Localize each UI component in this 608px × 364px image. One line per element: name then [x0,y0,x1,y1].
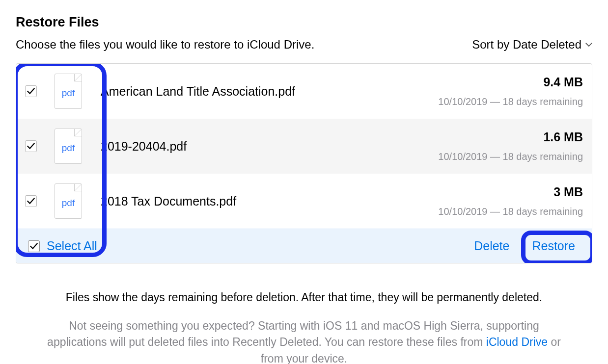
file-icon-label: pdf [62,88,75,99]
file-meta: 10/10/2019 — 18 days remaining [438,151,583,162]
check-icon [27,142,35,151]
sort-dropdown[interactable]: Sort by Date Deleted [472,38,592,52]
file-size: 9.4 MB [438,75,583,89]
file-icon-label: pdf [62,143,75,154]
subtitle: Choose the files you would like to resto… [16,38,314,52]
delete-button[interactable]: Delete [469,236,514,256]
pdf-file-icon: pdf [55,183,82,219]
file-info: American Land Title Association.pdf [101,84,438,99]
file-icon-label: pdf [62,198,75,208]
check-icon [27,87,35,96]
sort-label: Sort by Date Deleted [472,38,581,52]
file-info: 2019-20404.pdf [101,139,438,154]
file-info: 2018 Tax Documents.pdf [101,194,438,208]
file-row[interactable]: pdf American Land Title Association.pdf … [16,64,592,119]
file-meta-column: 3 MB 10/10/2019 — 18 days remaining [438,185,583,217]
file-meta: 10/10/2019 — 18 days remaining [438,206,583,217]
page-title: Restore Files [16,15,592,30]
icloud-drive-link[interactable]: iCloud Drive [486,336,548,348]
action-toolbar: Select All Delete Restore [16,229,592,263]
footer-secondary: Not seeing something you expected? Start… [45,318,563,364]
file-size: 3 MB [438,185,583,199]
check-icon [27,197,35,206]
restore-button[interactable]: Restore [527,236,580,256]
file-name: 2019-20404.pdf [101,139,438,154]
select-all-checkbox[interactable] [28,240,40,252]
header-row: Choose the files you would like to resto… [16,38,592,52]
file-checkbox[interactable] [25,140,37,152]
check-icon [29,242,38,251]
file-list: pdf American Land Title Association.pdf … [16,63,592,263]
file-name: American Land Title Association.pdf [101,84,438,99]
file-meta: 10/10/2019 — 18 days remaining [438,96,583,107]
pdf-file-icon: pdf [55,74,82,109]
footer-notes: Files show the days remaining before del… [16,291,592,364]
select-all-label[interactable]: Select All [47,239,97,253]
footer-primary: Files show the days remaining before del… [45,291,563,304]
file-checkbox[interactable] [25,85,37,97]
file-row[interactable]: pdf 2019-20404.pdf 1.6 MB 10/10/2019 — 1… [16,119,592,174]
footer-secondary-pre: Not seeing something you expected? Start… [47,319,539,348]
file-name: 2018 Tax Documents.pdf [101,194,438,208]
file-checkbox[interactable] [25,195,37,207]
file-meta-column: 1.6 MB 10/10/2019 — 18 days remaining [438,130,583,162]
pdf-file-icon: pdf [55,129,82,164]
chevron-down-icon [585,41,592,48]
file-size: 1.6 MB [438,130,583,144]
file-row[interactable]: pdf 2018 Tax Documents.pdf 3 MB 10/10/20… [16,174,592,229]
file-meta-column: 9.4 MB 10/10/2019 — 18 days remaining [438,75,583,107]
